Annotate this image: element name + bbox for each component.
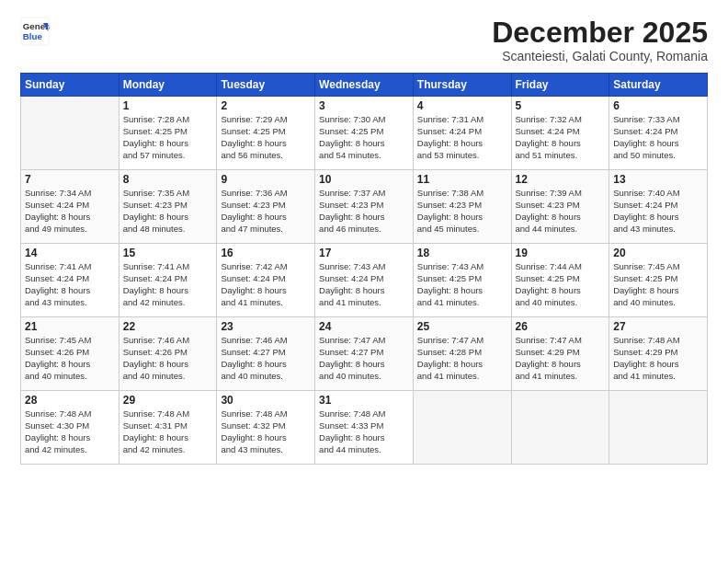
calendar-cell: 28Sunrise: 7:48 AM Sunset: 4:30 PM Dayli… — [21, 391, 119, 465]
day-number: 10 — [319, 173, 409, 186]
calendar-cell: 15Sunrise: 7:41 AM Sunset: 4:24 PM Dayli… — [119, 244, 217, 317]
calendar-cell: 12Sunrise: 7:39 AM Sunset: 4:23 PM Dayli… — [511, 170, 609, 244]
day-info: Sunrise: 7:41 AM Sunset: 4:24 PM Dayligh… — [25, 261, 115, 308]
day-number: 13 — [613, 173, 703, 186]
header: General Blue December 2025 Scanteiesti, … — [20, 17, 708, 63]
day-info: Sunrise: 7:48 AM Sunset: 4:32 PM Dayligh… — [221, 408, 311, 455]
day-info: Sunrise: 7:40 AM Sunset: 4:24 PM Dayligh… — [613, 188, 703, 235]
day-number: 18 — [417, 247, 507, 259]
calendar-week-row: 7Sunrise: 7:34 AM Sunset: 4:24 PM Daylig… — [21, 170, 708, 244]
day-number: 19 — [516, 247, 606, 259]
day-number: 20 — [613, 247, 703, 259]
day-info: Sunrise: 7:48 AM Sunset: 4:33 PM Dayligh… — [319, 408, 409, 455]
day-info: Sunrise: 7:45 AM Sunset: 4:26 PM Dayligh… — [25, 335, 115, 382]
day-number: 24 — [319, 320, 409, 333]
day-number: 7 — [25, 173, 115, 186]
calendar-cell: 21Sunrise: 7:45 AM Sunset: 4:26 PM Dayli… — [21, 317, 119, 391]
calendar-cell: 14Sunrise: 7:41 AM Sunset: 4:24 PM Dayli… — [21, 244, 119, 317]
calendar-cell: 29Sunrise: 7:48 AM Sunset: 4:31 PM Dayli… — [119, 391, 217, 465]
calendar-cell: 17Sunrise: 7:43 AM Sunset: 4:24 PM Dayli… — [315, 244, 414, 317]
calendar-header-tuesday: Tuesday — [217, 74, 315, 97]
calendar-cell: 13Sunrise: 7:40 AM Sunset: 4:24 PM Dayli… — [609, 170, 708, 244]
location: Scanteiesti, Galati County, Romania — [492, 49, 708, 63]
day-info: Sunrise: 7:48 AM Sunset: 4:31 PM Dayligh… — [123, 408, 213, 455]
day-info: Sunrise: 7:48 AM Sunset: 4:30 PM Dayligh… — [25, 408, 115, 455]
svg-text:Blue: Blue — [23, 31, 43, 41]
day-info: Sunrise: 7:28 AM Sunset: 4:25 PM Dayligh… — [123, 114, 213, 161]
day-number: 29 — [123, 394, 213, 407]
calendar-header-monday: Monday — [119, 74, 217, 97]
day-number: 22 — [123, 320, 213, 333]
calendar-cell: 31Sunrise: 7:48 AM Sunset: 4:33 PM Dayli… — [315, 391, 414, 465]
day-number: 21 — [25, 320, 115, 333]
calendar-header-wednesday: Wednesday — [315, 74, 414, 97]
calendar-cell: 30Sunrise: 7:48 AM Sunset: 4:32 PM Dayli… — [217, 391, 315, 465]
day-number: 4 — [417, 99, 507, 112]
day-info: Sunrise: 7:30 AM Sunset: 4:25 PM Dayligh… — [319, 114, 409, 161]
day-info: Sunrise: 7:47 AM Sunset: 4:28 PM Dayligh… — [417, 335, 507, 382]
calendar-week-row: 28Sunrise: 7:48 AM Sunset: 4:30 PM Dayli… — [21, 391, 708, 465]
calendar-week-row: 1Sunrise: 7:28 AM Sunset: 4:25 PM Daylig… — [21, 97, 708, 170]
day-number: 11 — [417, 173, 507, 186]
calendar-table: SundayMondayTuesdayWednesdayThursdayFrid… — [20, 73, 708, 465]
calendar-cell: 8Sunrise: 7:35 AM Sunset: 4:23 PM Daylig… — [119, 170, 217, 244]
generalblue-logo-icon: General Blue — [20, 17, 50, 46]
day-info: Sunrise: 7:48 AM Sunset: 4:29 PM Dayligh… — [613, 335, 703, 382]
calendar-cell — [413, 391, 511, 465]
day-number: 5 — [516, 99, 606, 112]
day-info: Sunrise: 7:39 AM Sunset: 4:23 PM Dayligh… — [516, 188, 606, 235]
calendar-header-sunday: Sunday — [21, 74, 119, 97]
calendar-header-thursday: Thursday — [413, 74, 511, 97]
day-number: 3 — [319, 99, 409, 112]
day-number: 14 — [25, 247, 115, 259]
calendar-cell: 25Sunrise: 7:47 AM Sunset: 4:28 PM Dayli… — [413, 317, 511, 391]
calendar-cell: 26Sunrise: 7:47 AM Sunset: 4:29 PM Dayli… — [511, 317, 609, 391]
day-info: Sunrise: 7:41 AM Sunset: 4:24 PM Dayligh… — [123, 261, 213, 308]
day-info: Sunrise: 7:37 AM Sunset: 4:23 PM Dayligh… — [319, 188, 409, 235]
day-info: Sunrise: 7:47 AM Sunset: 4:27 PM Dayligh… — [319, 335, 409, 382]
day-info: Sunrise: 7:33 AM Sunset: 4:24 PM Dayligh… — [613, 114, 703, 161]
calendar-cell: 20Sunrise: 7:45 AM Sunset: 4:25 PM Dayli… — [609, 244, 708, 317]
day-info: Sunrise: 7:38 AM Sunset: 4:23 PM Dayligh… — [417, 188, 507, 235]
day-number: 30 — [221, 394, 311, 407]
day-info: Sunrise: 7:42 AM Sunset: 4:24 PM Dayligh… — [221, 261, 311, 308]
day-number: 16 — [221, 247, 311, 259]
day-info: Sunrise: 7:34 AM Sunset: 4:24 PM Dayligh… — [25, 188, 115, 235]
calendar-cell: 23Sunrise: 7:46 AM Sunset: 4:27 PM Dayli… — [217, 317, 315, 391]
calendar-header-row: SundayMondayTuesdayWednesdayThursdayFrid… — [21, 74, 708, 97]
calendar-cell: 10Sunrise: 7:37 AM Sunset: 4:23 PM Dayli… — [315, 170, 414, 244]
day-number: 25 — [417, 320, 507, 333]
day-info: Sunrise: 7:32 AM Sunset: 4:24 PM Dayligh… — [516, 114, 606, 161]
day-number: 26 — [516, 320, 606, 333]
calendar-cell: 2Sunrise: 7:29 AM Sunset: 4:25 PM Daylig… — [217, 97, 315, 170]
calendar-cell: 7Sunrise: 7:34 AM Sunset: 4:24 PM Daylig… — [21, 170, 119, 244]
day-info: Sunrise: 7:31 AM Sunset: 4:24 PM Dayligh… — [417, 114, 507, 161]
day-info: Sunrise: 7:46 AM Sunset: 4:27 PM Dayligh… — [221, 335, 311, 382]
day-info: Sunrise: 7:35 AM Sunset: 4:23 PM Dayligh… — [123, 188, 213, 235]
logo: General Blue — [20, 17, 50, 46]
day-number: 27 — [613, 320, 703, 333]
calendar-cell: 19Sunrise: 7:44 AM Sunset: 4:25 PM Dayli… — [511, 244, 609, 317]
day-info: Sunrise: 7:46 AM Sunset: 4:26 PM Dayligh… — [123, 335, 213, 382]
day-info: Sunrise: 7:47 AM Sunset: 4:29 PM Dayligh… — [516, 335, 606, 382]
page: General Blue December 2025 Scanteiesti, … — [0, 0, 728, 563]
title-block: December 2025 Scanteiesti, Galati County… — [492, 17, 708, 63]
day-number: 2 — [221, 99, 311, 112]
calendar-cell: 6Sunrise: 7:33 AM Sunset: 4:24 PM Daylig… — [609, 97, 708, 170]
calendar-header-friday: Friday — [511, 74, 609, 97]
calendar-cell: 24Sunrise: 7:47 AM Sunset: 4:27 PM Dayli… — [315, 317, 414, 391]
day-number: 6 — [613, 99, 703, 112]
day-info: Sunrise: 7:43 AM Sunset: 4:25 PM Dayligh… — [417, 261, 507, 308]
calendar-cell — [609, 391, 708, 465]
day-info: Sunrise: 7:29 AM Sunset: 4:25 PM Dayligh… — [221, 114, 311, 161]
calendar-week-row: 14Sunrise: 7:41 AM Sunset: 4:24 PM Dayli… — [21, 244, 708, 317]
calendar-header-saturday: Saturday — [609, 74, 708, 97]
calendar-cell: 22Sunrise: 7:46 AM Sunset: 4:26 PM Dayli… — [119, 317, 217, 391]
calendar-cell — [511, 391, 609, 465]
day-number: 1 — [123, 99, 213, 112]
calendar-cell: 11Sunrise: 7:38 AM Sunset: 4:23 PM Dayli… — [413, 170, 511, 244]
calendar-cell: 4Sunrise: 7:31 AM Sunset: 4:24 PM Daylig… — [413, 97, 511, 170]
calendar-cell — [21, 97, 119, 170]
day-number: 28 — [25, 394, 115, 407]
calendar-cell: 18Sunrise: 7:43 AM Sunset: 4:25 PM Dayli… — [413, 244, 511, 317]
